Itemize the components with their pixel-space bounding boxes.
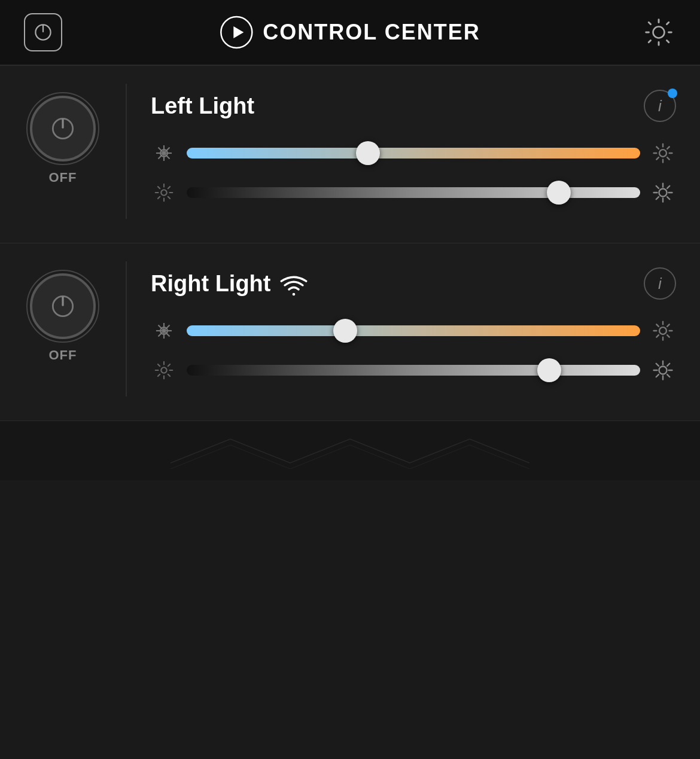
left-bright-icon: [650, 179, 676, 206]
gear-icon: [643, 17, 674, 48]
right-temp-slider[interactable]: [187, 325, 640, 336]
svg-line-26: [168, 197, 170, 199]
right-light-card: OFF Right Light i: [0, 243, 700, 420]
left-bright-slider-row: [151, 179, 676, 206]
svg-line-17: [667, 157, 669, 160]
svg-point-38: [53, 296, 72, 316]
left-temp-thumb[interactable]: [356, 141, 380, 165]
left-light-title-area: Left Light: [151, 93, 254, 119]
svg-line-51: [667, 335, 669, 337]
svg-line-71: [656, 374, 659, 377]
svg-point-63: [659, 366, 666, 374]
svg-point-20: [161, 190, 167, 196]
svg-line-36: [667, 186, 669, 188]
left-card-divider: [126, 84, 127, 219]
right-temp-thumb[interactable]: [333, 319, 357, 343]
svg-line-62: [158, 374, 160, 376]
left-bright-thumb[interactable]: [547, 181, 571, 205]
left-bright-slider[interactable]: [187, 187, 640, 198]
svg-line-53: [656, 335, 659, 337]
right-light-power-col: OFF: [0, 261, 126, 363]
left-light-header: Left Light i: [151, 84, 676, 122]
svg-line-70: [667, 364, 669, 366]
right-bright-icon: [650, 357, 676, 383]
right-light-title: Right Light: [151, 271, 270, 297]
logo-area: CONTROL CENTER: [220, 16, 480, 49]
right-info-icon: i: [658, 275, 662, 293]
wifi-icon: [280, 275, 308, 296]
svg-line-37: [656, 197, 659, 199]
svg-line-50: [656, 324, 659, 327]
svg-point-45: [659, 327, 666, 334]
svg-point-29: [659, 188, 666, 196]
left-light-controls: Left Light i: [151, 84, 676, 219]
right-bright-thumb[interactable]: [537, 358, 561, 382]
left-temp-slider[interactable]: [187, 148, 640, 158]
right-light-title-area: Right Light: [151, 271, 308, 297]
svg-line-28: [158, 197, 160, 199]
svg-line-69: [667, 374, 669, 377]
left-light-card: OFF Left Light i: [0, 66, 700, 243]
svg-line-68: [656, 364, 659, 366]
right-bright-slider-row: [151, 357, 676, 383]
svg-line-16: [656, 147, 659, 149]
right-temp-slider-row: [151, 318, 676, 344]
main-content: OFF Left Light i: [0, 66, 700, 420]
svg-line-18: [667, 147, 669, 149]
right-power-icon: [48, 291, 78, 321]
right-dim-icon: [151, 357, 177, 383]
bottom-bar: [0, 420, 700, 480]
svg-point-4: [53, 118, 72, 138]
left-dim-icon: [151, 179, 177, 206]
left-light-power-col: OFF: [0, 84, 126, 185]
svg-line-59: [158, 364, 160, 366]
header-power-icon: [32, 22, 54, 43]
svg-point-54: [161, 367, 167, 373]
bottom-decoration: [171, 433, 529, 469]
right-light-controls: Right Light i: [151, 261, 676, 397]
left-light-info-button[interactable]: i: [644, 90, 676, 122]
left-light-status: OFF: [49, 170, 77, 185]
svg-line-60: [168, 374, 170, 376]
svg-point-11: [659, 150, 666, 157]
svg-marker-3: [233, 26, 244, 38]
app-logo: [220, 16, 253, 49]
svg-line-52: [667, 324, 669, 327]
svg-line-25: [158, 187, 160, 188]
right-bright-slider[interactable]: [187, 365, 640, 376]
right-light-power-button[interactable]: [30, 273, 96, 339]
left-cold-icon: [151, 140, 177, 166]
app-title: CONTROL CENTER: [263, 20, 480, 45]
svg-line-34: [656, 186, 659, 188]
header-power-button[interactable]: [24, 13, 62, 51]
svg-line-27: [168, 187, 170, 188]
svg-line-61: [168, 364, 170, 366]
left-info-dot: [668, 89, 677, 98]
right-light-status: OFF: [49, 348, 77, 363]
svg-line-35: [667, 197, 669, 199]
right-card-divider: [126, 261, 127, 397]
left-light-power-button[interactable]: [30, 96, 96, 161]
right-light-header: Right Light i: [151, 261, 676, 300]
left-warm-icon: [650, 140, 676, 166]
settings-button[interactable]: [641, 15, 676, 50]
left-light-title: Left Light: [151, 93, 254, 119]
left-info-icon: i: [658, 97, 662, 115]
left-power-icon: [48, 114, 78, 144]
right-cold-icon: [151, 318, 177, 344]
svg-line-19: [656, 157, 659, 160]
left-temp-slider-row: [151, 140, 676, 166]
right-light-info-button[interactable]: i: [644, 267, 676, 300]
app-header: CONTROL CENTER: [0, 0, 700, 66]
right-warm-icon: [650, 318, 676, 344]
